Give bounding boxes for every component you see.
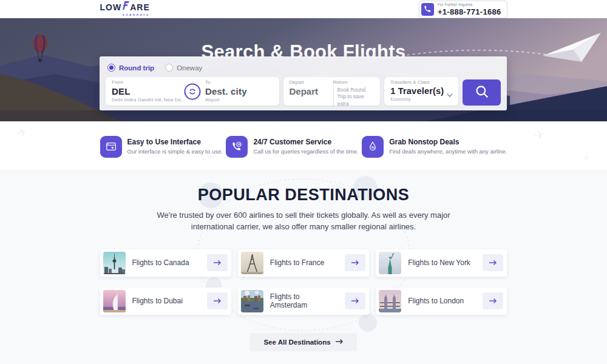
trip-oneway-radio[interactable]: Oneway — [165, 64, 202, 72]
from-airport-name: Delhi Indira Gandhi Intl, New De... — [112, 97, 192, 103]
search-flights-button[interactable] — [463, 79, 501, 106]
svg-text:%: % — [371, 146, 375, 149]
logo[interactable]: LOW ARE scanners — [100, 1, 150, 17]
destination-card-dubai[interactable]: Flights to Dubai — [100, 288, 231, 315]
svg-text:24: 24 — [237, 143, 241, 146]
to-field[interactable]: To Dest. city Airport — [192, 79, 279, 106]
travellers-class-field[interactable]: Travellers & Class 1 Traveler(s) Economy — [384, 77, 458, 106]
arrow-right-icon[interactable] — [483, 292, 503, 309]
dubai-thumb — [103, 290, 126, 312]
trip-type-selector: Round trip Oneway — [107, 62, 501, 73]
destination-card-france[interactable]: Flights to France — [238, 249, 369, 277]
destination-card-amsterdam[interactable]: Flights to Amsterdam — [238, 288, 369, 315]
arrow-right-icon — [335, 339, 344, 346]
phone-icon — [421, 3, 434, 16]
destination-card-canada[interactable]: Flights to Canada — [100, 249, 231, 277]
to-city-placeholder: Dest. city — [205, 86, 279, 96]
chevron-down-icon — [447, 89, 453, 100]
popular-destinations-section: POPULAR DESTINATIONS We're trusted by ov… — [0, 170, 607, 364]
depart-date-input[interactable] — [290, 86, 330, 96]
feature-nonstop-deals: % Grab Nonstop Deals Find deals anywhere… — [362, 136, 507, 158]
arrow-right-icon[interactable] — [345, 254, 365, 271]
phone-number: +1-888-771-1686 — [438, 7, 501, 16]
phone-caption: For Further Inquires — [438, 2, 501, 7]
page: LOW ARE scanners For Further In — [0, 0, 607, 364]
radio-selected-icon — [107, 64, 115, 72]
flight-search-form: Round trip Oneway From DEL Delhi Indira … — [100, 56, 507, 110]
from-field[interactable]: From DEL Delhi Indira Gandhi Intl, New D… — [106, 79, 192, 106]
swap-airports-button[interactable] — [185, 83, 201, 99]
features-band: ✈ ✈ ✈ ✈ Easy to Use Interface Our interf… — [0, 121, 607, 170]
logo-f-icon — [122, 1, 129, 12]
from-airport-code: DEL — [112, 86, 192, 96]
support-24-7-icon: 24 — [226, 136, 248, 158]
top-header: LOW ARE scanners For Further In — [100, 0, 507, 18]
see-all-destinations-button[interactable]: See All Destinations — [250, 333, 356, 351]
arrow-right-icon[interactable] — [345, 292, 365, 309]
arrow-right-icon[interactable] — [207, 254, 228, 271]
watermark-plane-icon: ✈ — [15, 124, 29, 141]
destination-card-new-york[interactable]: Flights to New York — [376, 249, 507, 277]
watermark-plane-icon: ✈ — [581, 152, 591, 163]
feature-customer-service: 24 24/7 Customer Service Call us for que… — [226, 136, 358, 158]
destination-card-london[interactable]: Flights to London — [376, 288, 507, 315]
interface-icon — [100, 136, 122, 158]
logo-text-low: LOW — [100, 3, 122, 12]
section-subtitle: We're trusted by over 600 airlines to se… — [140, 210, 467, 233]
travellers-count: 1 Traveler(s) — [390, 86, 453, 96]
phone-contact[interactable]: For Further Inquires +1-888-771-1686 — [419, 1, 507, 18]
logo-subtext: scanners — [100, 13, 150, 17]
travel-class: Economy — [390, 96, 453, 102]
deals-flame-icon: % — [362, 136, 384, 158]
france-thumb — [241, 252, 263, 274]
trip-roundtrip-radio[interactable]: Round trip — [107, 64, 154, 72]
logo-text-are: ARE — [130, 3, 150, 12]
section-title: POPULAR DESTINATIONS — [0, 170, 607, 204]
amsterdam-thumb — [241, 290, 263, 312]
arrow-right-icon[interactable] — [483, 254, 503, 271]
canada-thumb — [103, 252, 126, 274]
arrow-right-icon[interactable] — [207, 292, 228, 309]
watermark-plane-icon: ✈ — [533, 127, 547, 144]
dates-field-group: Depart Return Book Round Trip to save ex… — [283, 77, 381, 106]
search-fields-row: From DEL Delhi Indira Gandhi Intl, New D… — [106, 77, 501, 106]
depart-date-field[interactable]: Depart — [283, 79, 333, 106]
hero-section: Search & Book Flights Round trip Oneway … — [0, 18, 607, 121]
return-date-field[interactable]: Return Book Round Trip to save extra — [333, 79, 381, 106]
radio-unselected-icon — [165, 64, 173, 72]
search-icon — [475, 84, 489, 101]
destinations-grid: Flights to Canada Flights to France — [100, 249, 507, 315]
return-hint-text: Book Round Trip to save extra — [333, 87, 376, 107]
feature-easy-interface: Easy to Use Interface Our interface is s… — [100, 136, 223, 158]
london-thumb — [379, 290, 401, 312]
from-to-field-group: From DEL Delhi Indira Gandhi Intl, New D… — [106, 77, 279, 106]
to-airport-placeholder: Airport — [205, 97, 279, 103]
new-york-thumb — [379, 252, 401, 274]
